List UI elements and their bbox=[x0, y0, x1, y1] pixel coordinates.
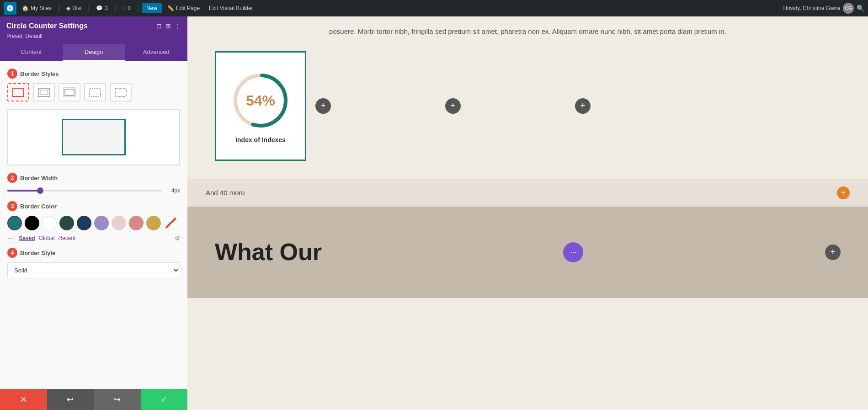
border-preview bbox=[7, 109, 180, 165]
wordpress-icon[interactable] bbox=[4, 2, 16, 15]
save-button[interactable]: ✓ bbox=[141, 389, 188, 410]
content-area: posuere. Morbi tortor nibh, fringilla se… bbox=[187, 16, 868, 179]
circle-svg-container: 54% bbox=[229, 69, 293, 133]
tab-design[interactable]: Design bbox=[63, 44, 125, 61]
add-button-3[interactable]: + bbox=[575, 98, 591, 114]
color-swatches bbox=[7, 216, 180, 230]
tab-content[interactable]: Content bbox=[0, 44, 63, 61]
undo-icon: ↩ bbox=[67, 394, 74, 405]
circle-percent: 54% bbox=[246, 92, 275, 109]
color-swatch-teal[interactable] bbox=[7, 216, 22, 230]
step-4-badge: 4 bbox=[7, 248, 17, 258]
color-swatch-black[interactable] bbox=[25, 216, 39, 230]
add-button-1[interactable]: + bbox=[315, 98, 331, 114]
border-styles-section: 1 Border Styles bbox=[7, 69, 180, 79]
topbar-exit-visual-builder[interactable]: Exit Visual Builder bbox=[205, 3, 257, 13]
settings-panel: Circle Counter Settings ⊡ ⊞ ⋮ Preset: De… bbox=[0, 16, 187, 410]
undo-button[interactable]: ↩ bbox=[47, 389, 94, 410]
topbar-search-icon[interactable]: 🔍 bbox=[857, 5, 864, 12]
topbar-comments[interactable]: 💬 3 bbox=[92, 3, 112, 13]
panel-content: 1 Border Styles bbox=[0, 61, 187, 389]
panel-header-icons: ⊡ ⊞ ⋮ bbox=[156, 22, 181, 30]
border-style-dashed-sm[interactable] bbox=[84, 83, 106, 101]
color-tab-global[interactable]: Global bbox=[39, 235, 55, 241]
topbar-edit-page-button[interactable]: ✏️ Edit Page bbox=[164, 3, 203, 13]
topbar: 🏠 My Sites | ◆ Divi | 💬 3 | + 0 | New ✏️… bbox=[0, 0, 868, 16]
topbar-right: Howdy, Christina Gwira CG 🔍 bbox=[783, 3, 864, 14]
color-swatch-navy[interactable] bbox=[77, 216, 91, 230]
circle-counter-widget[interactable]: 54% Index of Indexes bbox=[215, 51, 306, 161]
dots-icon[interactable]: ··· bbox=[7, 234, 13, 242]
svg-rect-3 bbox=[40, 90, 48, 95]
menu-dots-icon: ··· bbox=[570, 247, 577, 257]
topbar-divi[interactable]: ◆ Divi bbox=[63, 3, 85, 13]
border-style-dashed-lg[interactable] bbox=[110, 83, 132, 101]
circle-label: Index of Indexes bbox=[235, 136, 286, 144]
preset-label[interactable]: Preset: Default bbox=[6, 33, 181, 39]
what-our-container: What Our bbox=[215, 239, 322, 265]
add-button-2[interactable]: + bbox=[445, 98, 461, 114]
color-tab-saved[interactable]: Saved bbox=[19, 235, 35, 241]
close-button[interactable]: ✕ bbox=[0, 389, 47, 410]
tab-advanced[interactable]: Advanced bbox=[125, 44, 187, 61]
main-layout: Circle Counter Settings ⊡ ⊞ ⋮ Preset: De… bbox=[0, 16, 868, 410]
pencil-icon: ✏️ bbox=[167, 5, 174, 11]
panel-header: Circle Counter Settings ⊡ ⊞ ⋮ Preset: De… bbox=[0, 16, 187, 44]
page-content: posuere. Morbi tortor nibh, fringilla se… bbox=[187, 16, 868, 410]
topbar-likes[interactable]: + 0 bbox=[119, 3, 134, 13]
color-swatch-salmon[interactable] bbox=[129, 216, 144, 230]
step-2-badge: 2 bbox=[7, 173, 17, 183]
svg-rect-5 bbox=[65, 89, 74, 96]
topbar-my-sites[interactable]: 🏠 My Sites bbox=[18, 3, 55, 13]
house-icon: 🏠 bbox=[22, 5, 29, 11]
svg-rect-7 bbox=[115, 88, 126, 96]
columns-icon[interactable]: ⊞ bbox=[165, 22, 171, 30]
color-swatch-lavender[interactable] bbox=[94, 216, 109, 230]
more-icon[interactable]: ⋮ bbox=[175, 22, 181, 30]
svg-rect-6 bbox=[90, 88, 101, 96]
color-swatch-light-pink[interactable] bbox=[112, 216, 126, 230]
color-tab-recent[interactable]: Recent bbox=[58, 235, 75, 241]
border-style-icons-row bbox=[7, 83, 180, 101]
and-more-row: And 40 more + bbox=[187, 179, 868, 207]
redo-icon: ↪ bbox=[114, 394, 121, 405]
color-swatch-gold[interactable] bbox=[146, 216, 161, 230]
and-more-text: And 40 more bbox=[206, 189, 245, 197]
color-swatch-none[interactable] bbox=[164, 216, 178, 230]
border-style-dropdown-section: 4 Border Style Solid Dashed Dotted Doubl… bbox=[7, 248, 180, 278]
like-icon: + bbox=[122, 5, 126, 11]
color-swatch-white[interactable] bbox=[42, 216, 57, 230]
bottom-section: What Our ··· + bbox=[187, 207, 868, 298]
redo-button[interactable]: ↪ bbox=[94, 389, 141, 410]
border-preview-inner bbox=[62, 119, 126, 155]
what-our-text: What Our bbox=[215, 239, 322, 265]
step-1-badge: 1 bbox=[7, 69, 17, 79]
add-more-button[interactable]: + bbox=[837, 186, 850, 199]
topbar-username: Howdy, Christina Gwira bbox=[783, 5, 840, 11]
border-color-section: 3 Border Color ··· Saved bbox=[7, 201, 180, 242]
add-bottom-button[interactable]: + bbox=[825, 245, 841, 260]
svg-rect-1 bbox=[13, 88, 24, 96]
bottom-toolbar: ✕ ↩ ↪ ✓ bbox=[0, 389, 187, 410]
panel-tabs: Content Design Advanced bbox=[0, 44, 187, 61]
color-settings-icon[interactable]: ⚙ bbox=[175, 235, 180, 242]
border-style-outside[interactable] bbox=[59, 83, 80, 101]
step-3-badge: 3 bbox=[7, 201, 17, 211]
purple-menu-button[interactable]: ··· bbox=[563, 242, 583, 262]
border-style-solid[interactable] bbox=[7, 83, 29, 101]
border-style-select[interactable]: Solid Dashed Dotted Double None bbox=[7, 262, 180, 278]
save-icon: ✓ bbox=[160, 394, 167, 405]
comment-icon: 💬 bbox=[96, 5, 103, 11]
color-swatch-dark-green[interactable] bbox=[59, 216, 74, 230]
panel-title: Circle Counter Settings bbox=[6, 22, 88, 30]
window-icon[interactable]: ⊡ bbox=[156, 22, 162, 30]
topbar-new-button[interactable]: New bbox=[142, 3, 162, 13]
border-width-value: 4px bbox=[166, 187, 180, 194]
border-width-section: 2 Border Width 4px bbox=[7, 173, 180, 194]
border-style-inside[interactable] bbox=[33, 83, 55, 101]
divi-icon: ◆ bbox=[66, 5, 70, 11]
body-text: posuere. Morbi tortor nibh, fringilla se… bbox=[206, 26, 850, 37]
border-width-slider[interactable] bbox=[7, 190, 162, 192]
close-icon: ✕ bbox=[20, 394, 27, 405]
user-avatar: CG bbox=[843, 3, 854, 14]
